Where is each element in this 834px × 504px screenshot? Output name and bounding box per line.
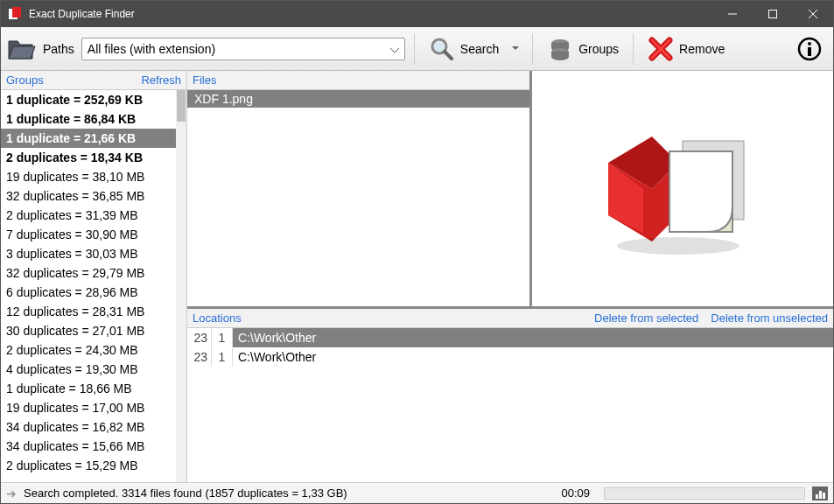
delete-from-selected-link[interactable]: Delete from selected [594,312,698,325]
group-item[interactable]: 2 duplicates = 24,30 MB [1,340,176,360]
group-item[interactable]: 4 duplicates = 19,30 MB [1,360,176,379]
file-item[interactable]: XDF 1.png [187,90,529,108]
chevron-down-icon [390,42,399,56]
groups-panel: Groups Refresh 1 duplicate = 252,69 KB1 … [1,71,187,482]
info-button[interactable] [791,32,828,66]
minimize-button[interactable] [712,1,753,27]
groups-scrollbar[interactable] [176,90,186,482]
top-right: Files XDF 1.png [187,71,833,306]
files-title: Files [193,74,524,87]
toolbar: Paths All files (with extension) Search … [1,27,833,71]
svg-point-16 [617,237,739,255]
locations-panel: Locations Delete from selected Delete fr… [187,309,833,482]
group-item[interactable]: 32 duplicates = 36,85 MB [1,186,176,206]
app-icon [6,5,24,23]
delete-from-unselected-link[interactable]: Delete from unselected [711,312,828,325]
svg-rect-3 [769,10,777,18]
close-button[interactable] [793,1,833,27]
progress-bar [604,487,805,500]
location-row[interactable]: 231C:\Work\Other [187,328,833,347]
refresh-link[interactable]: Refresh [141,74,181,87]
groups-header: Groups Refresh [1,71,186,90]
location-col-a: 23 [187,347,212,367]
paths-value: All files (with extension) [88,42,215,56]
group-item[interactable]: 6 duplicates = 28,96 MB [1,283,176,302]
group-item[interactable]: 32 duplicates = 29,79 MB [1,263,176,283]
remove-label: Remove [679,42,725,56]
files-header: Files [187,71,529,90]
folder-icon[interactable] [6,34,36,64]
group-item[interactable]: 7 duplicates = 30,90 MB [1,225,176,244]
separator [633,33,634,65]
search-label: Search [460,42,499,56]
location-col-a: 23 [187,328,212,347]
search-button[interactable]: Search [424,32,504,66]
group-item[interactable]: 19 duplicates = 17,00 MB [1,398,176,417]
preview-pane [532,71,833,306]
paths-label: Paths [43,42,74,56]
separator [532,33,533,65]
remove-button[interactable]: Remove [642,32,730,66]
group-item[interactable]: 1 duplicate = 21,66 KB [1,129,176,148]
window-title: Exact Duplicate Finder [29,8,712,20]
location-path: C:\Work\Other [233,328,833,347]
group-item[interactable]: 12 duplicates = 28,31 MB [1,302,176,321]
group-item[interactable]: 1 duplicate = 86,84 KB [1,109,176,129]
svg-point-12 [808,42,811,46]
svg-rect-1 [12,7,21,18]
group-item[interactable]: 2 duplicates = 15,29 MB [1,456,176,475]
location-row[interactable]: 231C:\Work\Other [187,347,833,367]
group-item[interactable]: 1 duplicate = 18,66 MB [1,379,176,398]
groups-list[interactable]: 1 duplicate = 252,69 KB1 duplicate = 86,… [1,90,186,482]
group-item[interactable]: 34 duplicates = 16,82 MB [1,417,176,437]
paths-select[interactable]: All files (with extension) [81,38,405,60]
scrollbar-thumb[interactable] [177,90,186,122]
groups-label: Groups [578,42,619,56]
maximize-button[interactable] [753,1,793,27]
group-item[interactable]: 2 duplicates = 31,39 MB [1,206,176,225]
group-item[interactable]: 1 duplicate = 252,69 KB [1,90,176,109]
svg-line-8 [445,52,452,59]
status-time: 00:09 [561,486,590,500]
location-col-b: 1 [212,347,233,367]
svg-rect-15 [669,151,732,232]
stats-button[interactable] [812,486,828,500]
separator [414,33,415,65]
titlebar: Exact Duplicate Finder [1,1,833,27]
preview-image [595,115,770,263]
group-item[interactable]: 34 duplicates = 15,66 MB [1,437,176,456]
locations-list[interactable]: 231C:\Work\Other231C:\Work\Other [187,328,833,482]
location-col-b: 1 [212,328,233,347]
groups-button[interactable]: Groups [542,32,624,66]
locations-header: Locations Delete from selected Delete fr… [187,309,833,328]
svg-point-7 [434,41,445,52]
files-list[interactable]: XDF 1.png [187,90,529,306]
group-item[interactable]: 30 duplicates = 27,01 MB [1,321,176,340]
group-item[interactable]: 2 duplicates = 18,34 KB [1,148,176,167]
status-arrow-icon: ➜ [6,486,17,500]
statusbar: ➜ Search completed. 3314 files found (18… [1,482,833,503]
svg-rect-13 [808,47,811,56]
status-message: Search completed. 3314 files found (1857… [24,486,554,500]
group-item[interactable]: 19 duplicates = 38,10 MB [1,167,176,186]
group-item[interactable]: 3 duplicates = 30,03 MB [1,244,176,263]
groups-title: Groups [6,74,141,87]
search-dropdown[interactable] [508,46,523,51]
location-path: C:\Work\Other [233,347,833,367]
right-area: Files XDF 1.png Locations Del [187,71,833,482]
locations-title: Locations [193,312,582,325]
main-area: Groups Refresh 1 duplicate = 252,69 KB1 … [1,71,833,482]
files-panel: Files XDF 1.png [187,71,532,306]
